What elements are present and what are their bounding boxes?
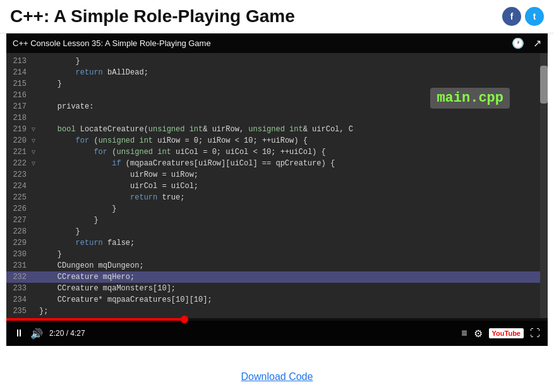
video-topbar-actions: 🕐 ↗ bbox=[512, 37, 541, 49]
line-number: 225 bbox=[6, 193, 32, 202]
line-number: 231 bbox=[6, 261, 32, 270]
line-number: 226 bbox=[6, 205, 32, 213]
below-video-section: Download Code bbox=[0, 346, 554, 392]
line-number: 223 bbox=[6, 170, 32, 179]
line-code: if (mqpaaCreatures[uiRow][uiCol] == qpCr… bbox=[39, 159, 335, 168]
code-line: 225 return true; bbox=[6, 192, 548, 203]
line-code: uirRow = uiRow; bbox=[39, 170, 198, 179]
time-display: 2:20 / 4:27 bbox=[49, 329, 85, 338]
line-number: 235 bbox=[6, 307, 32, 316]
line-code: CCreature mqaMonsters[10]; bbox=[39, 284, 176, 293]
download-code-link[interactable]: Download Code bbox=[241, 371, 313, 382]
scrollbar-thumb[interactable] bbox=[540, 66, 548, 104]
line-fold: ▽ bbox=[32, 137, 39, 145]
video-progress-track[interactable] bbox=[6, 318, 548, 321]
code-line: 220▽ for (unsigned int uiRow = 0; uiRow … bbox=[6, 135, 548, 146]
code-line: 222▽ if (mqpaaCreatures[uiRow][uiCol] ==… bbox=[6, 158, 548, 169]
page-header: C++: A Simple Role-Playing Game f t bbox=[0, 0, 554, 33]
line-number: 218 bbox=[6, 114, 32, 122]
code-line: 213 } bbox=[6, 56, 548, 67]
video-topbar: C++ Console Lesson 35: A Simple Role-Pla… bbox=[6, 33, 548, 53]
youtube-logo[interactable]: YouTube bbox=[489, 328, 524, 338]
scrollbar[interactable] bbox=[540, 53, 548, 318]
video-container: C++ Console Lesson 35: A Simple Role-Pla… bbox=[6, 33, 548, 346]
line-code: CDungeon mqDungeon; bbox=[39, 261, 144, 270]
line-code: }; bbox=[39, 307, 48, 316]
line-code: uirCol = uiCol; bbox=[39, 182, 198, 191]
code-line: 218 bbox=[6, 112, 548, 124]
line-code: } bbox=[39, 80, 62, 88]
line-code: return true; bbox=[39, 193, 184, 202]
line-number: 222 bbox=[6, 159, 32, 168]
line-code: bool LocateCreature(unsigned int& uirRow… bbox=[39, 125, 353, 134]
line-fold: ▽ bbox=[32, 148, 39, 156]
code-line: 227 } bbox=[6, 215, 548, 226]
line-code: return false; bbox=[39, 239, 135, 247]
code-line: 235 }; bbox=[6, 306, 548, 317]
line-number: 229 bbox=[6, 239, 32, 247]
line-number: 220 bbox=[6, 136, 32, 145]
line-number: 230 bbox=[6, 250, 32, 259]
code-line: 232 CCreature mqHero; bbox=[6, 271, 548, 283]
video-controls: ⏸ 🔊 2:20 / 4:27 ≡ ⚙ YouTube ⛶ bbox=[6, 321, 548, 346]
line-code: CCreature* mqpaaCreatures[10][10]; bbox=[39, 295, 212, 304]
line-number: 232 bbox=[6, 273, 32, 282]
line-number: 224 bbox=[6, 182, 32, 191]
line-code: } bbox=[39, 227, 80, 236]
video-progress-bar[interactable] bbox=[6, 318, 185, 321]
code-line: 221▽ for (unsigned int uiCol = 0; uiCol … bbox=[6, 146, 548, 158]
line-number: 217 bbox=[6, 102, 32, 111]
volume-button[interactable]: 🔊 bbox=[30, 328, 43, 340]
line-number: 213 bbox=[6, 57, 32, 66]
progress-indicator bbox=[181, 316, 188, 323]
fullscreen-button[interactable]: ⛶ bbox=[530, 328, 540, 339]
share-icon[interactable]: ↗ bbox=[533, 37, 541, 49]
social-icons: f t bbox=[502, 7, 544, 26]
video-title: C++ Console Lesson 35: A Simple Role-Pla… bbox=[13, 39, 211, 48]
line-code: for (unsigned int uiCol = 0; uiCol < 10;… bbox=[39, 148, 326, 157]
code-line: 228 } bbox=[6, 226, 548, 237]
code-line: 226 } bbox=[6, 203, 548, 215]
code-line: 233 CCreature mqaMonsters[10]; bbox=[6, 283, 548, 294]
twitter-icon[interactable]: t bbox=[525, 7, 544, 26]
code-line: 231 CDungeon mqDungeon; bbox=[6, 260, 548, 271]
line-code: for (unsigned int uiRow = 0; uiRow < 10;… bbox=[39, 136, 308, 145]
line-code: } bbox=[39, 57, 80, 66]
line-number: 216 bbox=[6, 91, 32, 100]
code-line: 219▽ bool LocateCreature(unsigned int& u… bbox=[6, 124, 548, 135]
code-line: 234 CCreature* mqpaaCreatures[10][10]; bbox=[6, 294, 548, 306]
code-line: 229 return false; bbox=[6, 237, 548, 249]
line-number: 227 bbox=[6, 216, 32, 225]
line-fold: ▽ bbox=[32, 126, 39, 133]
page-title: C++: A Simple Role-Playing Game bbox=[10, 6, 295, 27]
line-code: CCreature mqHero; bbox=[39, 273, 135, 282]
line-number: 214 bbox=[6, 68, 32, 77]
line-code: } bbox=[39, 250, 62, 259]
line-code: private: bbox=[39, 102, 93, 111]
line-number: 219 bbox=[6, 125, 32, 134]
play-pause-button[interactable]: ⏸ bbox=[14, 328, 24, 339]
line-fold: ▽ bbox=[32, 160, 39, 167]
settings-button[interactable]: ⚙ bbox=[474, 328, 483, 340]
code-line: 214 return bAllDead; bbox=[6, 67, 548, 78]
line-number: 234 bbox=[6, 295, 32, 304]
subtitles-button[interactable]: ≡ bbox=[461, 328, 467, 339]
line-number: 233 bbox=[6, 284, 32, 293]
code-line: 223 uirRow = uiRow; bbox=[6, 169, 548, 181]
clock-icon[interactable]: 🕐 bbox=[512, 37, 524, 49]
line-number: 228 bbox=[6, 227, 32, 236]
code-display: main.cpp 213 }214 return bAllDead;215 }2… bbox=[6, 53, 548, 318]
line-number: 221 bbox=[6, 148, 32, 157]
line-code: return bAllDead; bbox=[39, 68, 148, 77]
line-code: } bbox=[39, 216, 99, 225]
code-line: 224 uirCol = uiCol; bbox=[6, 181, 548, 192]
file-label: main.cpp bbox=[430, 88, 510, 109]
line-number: 215 bbox=[6, 80, 32, 88]
facebook-icon[interactable]: f bbox=[502, 7, 521, 26]
line-code: } bbox=[39, 205, 116, 213]
code-line: 230 } bbox=[6, 249, 548, 260]
